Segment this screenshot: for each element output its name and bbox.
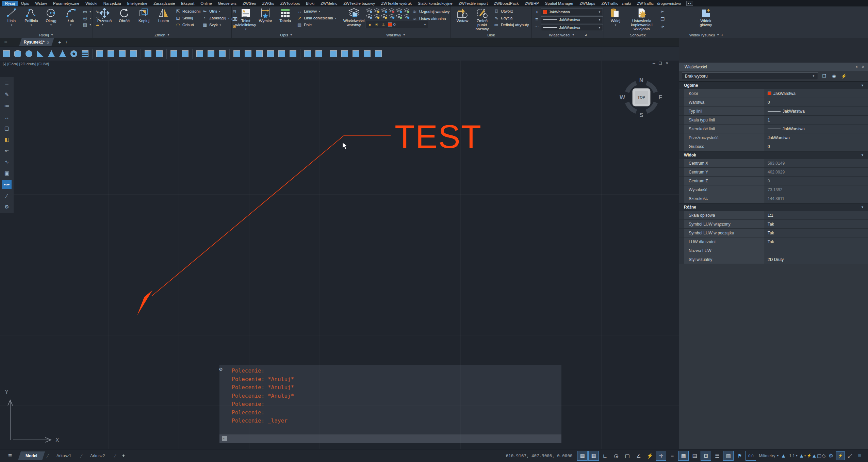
button-wstaw[interactable]: Wstaw — [453, 7, 472, 31]
workspace-flag-toggle[interactable]: ⚑ — [734, 451, 745, 461]
command-input[interactable]: >_ — [219, 434, 561, 443]
settings-gear-icon[interactable]: ⚙ — [826, 451, 835, 460]
menu-item-wstaw[interactable]: Wstaw — [32, 1, 50, 6]
button-linia[interactable]: Linia▼ — [2, 7, 21, 27]
annotation-auto-icon[interactable]: ⚡▲ — [807, 451, 816, 460]
revolve-icon[interactable] — [106, 49, 116, 59]
menu-overflow-button[interactable]: ▲▼ — [686, 1, 693, 6]
layer-previous-icon[interactable] — [396, 8, 402, 13]
layer-down-icon[interactable] — [366, 14, 372, 19]
command-gear-icon[interactable]: ⚙ — [219, 367, 223, 372]
lineweight-combo[interactable]: JakWarstwa▼ — [541, 24, 603, 31]
menu-item-zwmaps[interactable]: ZWMaps — [577, 1, 599, 6]
button-kopiuj[interactable]: Kopiuj — [134, 7, 154, 23]
solid-check-icon[interactable] — [373, 49, 383, 59]
menu-item-zwtextile-wydruk[interactable]: ZWTextile wydruk — [378, 1, 415, 6]
menu-item-rysuj[interactable]: Rysuj — [2, 1, 18, 6]
layer-state-icon[interactable] — [396, 14, 402, 19]
button-ustawienia-kopiowania-i-wklejania[interactable]: Ustawienia kopiowania i wklejania — [625, 7, 658, 31]
document-tab[interactable]: Rysunek1* x — [19, 38, 54, 46]
polar-snap-toggle[interactable]: ∠ — [633, 451, 644, 461]
layer-on-icon[interactable] — [374, 14, 380, 19]
linetype-icon[interactable]: ⋯ — [534, 24, 540, 29]
imprint-icon[interactable] — [351, 49, 361, 59]
property-value[interactable]: 402.0929 — [765, 168, 868, 176]
annotation-scale-icon[interactable]: ▲ — [779, 451, 788, 460]
layer-match-icon[interactable] — [404, 8, 410, 13]
panel-footer-widok-rysunku[interactable]: Widok rysunku▼◂ — [672, 32, 740, 38]
rotate-face-icon[interactable] — [265, 49, 276, 59]
status-menu-icon[interactable]: ≡ — [855, 451, 864, 460]
property-value[interactable]: 0 — [765, 98, 868, 106]
section-header-ogólne[interactable]: Ogólne▼ — [679, 81, 868, 89]
tool-uzgodnij-warstwy[interactable]: ≋Uzgodnij warstwy — [412, 9, 449, 14]
ortho-mode-toggle[interactable]: ∟ — [600, 451, 610, 461]
tool-hatch[interactable]: ▨▼ — [82, 22, 92, 27]
dash-display-toggle[interactable]: ☰ — [712, 451, 722, 461]
section-header-różne[interactable]: Różne▼ — [679, 203, 868, 211]
property-value[interactable]: 2D Druty — [765, 255, 868, 264]
tool-skaluj[interactable]: ⊡Skaluj — [175, 15, 200, 21]
color-combo[interactable]: JakWarstwa▼ — [541, 9, 603, 15]
annotation-scale-value[interactable]: 1:1 — [789, 453, 795, 458]
menu-item-siatki-konstrukcyjne[interactable]: Siatki konstrukcyjne — [415, 1, 456, 6]
solid-sphere-icon[interactable] — [24, 49, 34, 59]
tool-utnij[interactable]: ✁Utnij▼ — [202, 9, 230, 14]
property-value[interactable]: JakWarstwa — [765, 133, 868, 142]
color-edge-icon[interactable] — [340, 49, 350, 59]
menu-item-zwtextile-import[interactable]: ZWTextile import — [456, 1, 491, 6]
tool-odsuń[interactable]: ◠Odsuń — [175, 22, 200, 28]
layer-thaw-icon[interactable] — [381, 14, 387, 19]
button-lustro[interactable]: Lustro — [154, 7, 174, 23]
tool-utwórz[interactable]: ⌼Utwórz — [493, 9, 529, 14]
menu-item-parametryczne[interactable]: Parametryczne — [50, 1, 82, 6]
tool-zaokrąglij[interactable]: ◜Zaokrąglij▼ — [202, 15, 230, 21]
menu-item-zarz-dzanie[interactable]: Zarządzanie — [150, 1, 178, 6]
annotation-visibility-icon[interactable]: ▲● — [798, 451, 807, 460]
layout-tab-arkusz1[interactable]: Arkusz1 — [49, 451, 79, 460]
tool-donut[interactable]: ◎▼ — [82, 15, 92, 21]
toggle-pickadd-icon[interactable]: ❐ — [820, 73, 828, 80]
close-panel-icon[interactable]: ✕ — [862, 65, 865, 69]
auto-hide-icon[interactable]: ⇥ — [854, 65, 857, 69]
intersect-icon[interactable] — [217, 49, 227, 59]
quick-properties-toggle[interactable]: ▤ — [689, 451, 700, 461]
dynamic-input-toggle[interactable]: ✛ — [656, 451, 666, 461]
separate-icon[interactable] — [314, 49, 324, 59]
layer-off-icon[interactable] — [374, 8, 380, 13]
menu-item-online[interactable]: Online — [197, 1, 215, 6]
button-wymiar[interactable]: Wymiar — [256, 7, 275, 31]
new-layout-button[interactable]: + — [122, 453, 125, 459]
selection-filter-combo[interactable]: Brak wyboru ▼ — [682, 72, 818, 80]
lineweight-icon[interactable]: ≡ — [534, 16, 540, 22]
button-wklej[interactable]: Wklej▼ — [606, 7, 625, 31]
extract-edge-icon[interactable] — [362, 49, 372, 59]
button-widok-główny[interactable]: Widok główny — [694, 7, 718, 27]
tab-list-icon[interactable]: / — [66, 39, 67, 45]
panel-footer-zmien[interactable]: Zmień▼ — [93, 32, 231, 38]
annotation-text[interactable]: TEST — [395, 118, 482, 156]
loft-icon[interactable] — [128, 49, 138, 59]
delete-face-icon[interactable] — [254, 49, 264, 59]
solid-box-icon[interactable] — [1, 49, 12, 59]
linetype-combo[interactable]: JakWarstwa▼ — [541, 16, 603, 23]
quick-select-icon[interactable]: ⚡ — [840, 73, 848, 80]
layer-lock-icon[interactable] — [389, 8, 395, 13]
match-properties-icon[interactable]: ✑ — [659, 24, 666, 29]
union-icon[interactable] — [195, 49, 205, 59]
property-value[interactable]: 593.0149 — [765, 159, 868, 167]
subtract-icon[interactable] — [206, 49, 216, 59]
menu-item-bloki[interactable]: Bloki — [303, 1, 317, 6]
offset-face-icon[interactable] — [154, 49, 164, 59]
hardware-acceleration-icon[interactable]: ⚡ — [836, 451, 845, 460]
copy-clip-icon[interactable]: ❐ — [659, 16, 666, 22]
cut-icon[interactable]: ✂ — [659, 9, 666, 14]
solid-cylinder-icon[interactable] — [13, 49, 23, 59]
menu-item-geoserwis[interactable]: Geoserwis — [215, 1, 240, 6]
property-value[interactable]: Tak — [765, 237, 868, 246]
units-label[interactable]: Milimetry — [759, 453, 775, 458]
tool-definiuj-atrybuty[interactable]: ≔Definiuj atrybuty — [493, 22, 529, 28]
layer-current-of-object-icon[interactable] — [404, 14, 410, 19]
layout-tab-arkusz2[interactable]: Arkusz2 — [83, 451, 113, 460]
shell-icon[interactable] — [302, 49, 313, 59]
